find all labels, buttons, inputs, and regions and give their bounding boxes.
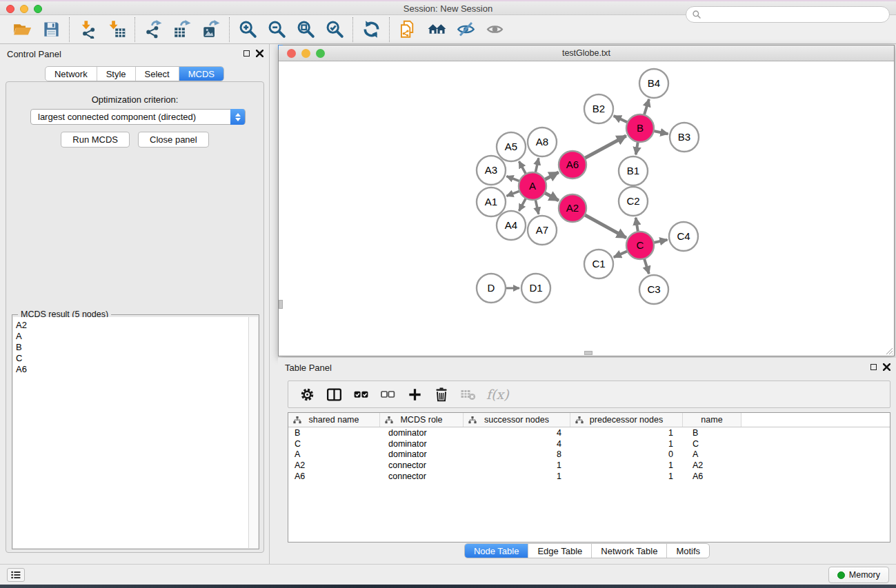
- mcds-result-item[interactable]: B: [13, 342, 250, 353]
- close-table-panel-icon[interactable]: [883, 363, 890, 371]
- node-label-C4: C4: [677, 230, 690, 242]
- task-history-button[interactable]: [7, 568, 25, 582]
- import-table-button[interactable]: [102, 18, 131, 41]
- mcds-list-scrollbar[interactable]: [248, 317, 258, 548]
- home-pages-button[interactable]: [422, 18, 451, 41]
- search-input[interactable]: [686, 6, 890, 23]
- column-header-shared-name[interactable]: shared name: [288, 413, 380, 427]
- criterion-select[interactable]: largest connected component (directed): [30, 109, 246, 125]
- mcds-result-item[interactable]: C: [13, 353, 250, 364]
- function-builder-button[interactable]: f(x): [486, 387, 509, 402]
- column-header-mcds-role[interactable]: MCDS role: [380, 413, 464, 427]
- column-header-label: predecessor nodes: [590, 415, 663, 425]
- task-list-icon: [11, 571, 21, 579]
- table-cell: B: [288, 428, 380, 438]
- unchecked-boxes-icon: [379, 386, 396, 403]
- add-column-button[interactable]: [404, 384, 425, 405]
- table-cell: dominator: [380, 449, 464, 459]
- table-settings-button[interactable]: [297, 384, 317, 405]
- optimization-criterion-label: Optimization criterion:: [6, 94, 263, 105]
- import-table-icon: [108, 20, 126, 39]
- node-label-D: D: [488, 282, 495, 294]
- vertical-scrollbar-thumb[interactable]: [279, 300, 283, 309]
- node-label-A3: A3: [485, 164, 497, 176]
- horizontal-scrollbar-thumb[interactable]: [584, 351, 593, 355]
- tab-select[interactable]: Select: [135, 67, 179, 81]
- tab-edge-table[interactable]: Edge Table: [528, 544, 591, 558]
- node-label-A4: A4: [505, 219, 517, 231]
- open-folder-icon: [13, 20, 32, 39]
- export-network-button[interactable]: [139, 18, 168, 41]
- zoom-out-button[interactable]: [262, 18, 291, 41]
- import-network-button[interactable]: [73, 18, 102, 41]
- run-mcds-button[interactable]: Run MCDS: [61, 132, 130, 148]
- show-graphics-details-button[interactable]: [480, 18, 509, 41]
- node-label-A6: A6: [566, 159, 579, 170]
- tab-style[interactable]: Style: [97, 67, 135, 81]
- close-panel-icon[interactable]: [256, 50, 263, 57]
- tab-motifs[interactable]: Motifs: [666, 544, 709, 558]
- resize-grip-icon[interactable]: [884, 346, 893, 355]
- save-session-button[interactable]: [37, 18, 66, 41]
- open-session-button[interactable]: [8, 18, 37, 41]
- float-table-panel-icon[interactable]: [870, 364, 877, 370]
- table-cell: A6: [288, 472, 380, 481]
- table-cell: 1: [570, 428, 683, 438]
- table-cell: 0: [570, 449, 683, 459]
- tab-network[interactable]: Network: [46, 67, 97, 81]
- tab-network-table[interactable]: Network Table: [591, 544, 666, 558]
- mcds-result-item[interactable]: A: [13, 331, 250, 342]
- memory-button[interactable]: Memory: [828, 567, 889, 583]
- search-icon: [692, 10, 701, 19]
- control-panel-title: Control Panel: [7, 49, 61, 59]
- column-header-name[interactable]: name: [683, 413, 741, 427]
- zoom-selected-magnifier-icon: [326, 20, 344, 39]
- float-panel-icon[interactable]: [243, 50, 250, 57]
- zoom-fit-magnifier-icon: [297, 20, 315, 39]
- tab-node-table[interactable]: Node Table: [465, 544, 528, 558]
- table-cell: A6: [683, 472, 741, 481]
- node-label-C3: C3: [647, 283, 660, 295]
- mcds-result-item[interactable]: A2: [13, 320, 250, 331]
- table-row[interactable]: Cdominator41C: [288, 438, 890, 449]
- network-canvas[interactable]: AA1A2A3A4A5A6A7A8BB1B2B3B4CC1C2C3C4DD1: [279, 61, 894, 356]
- zoom-in-button[interactable]: [233, 18, 262, 41]
- close-panel-button[interactable]: Close panel: [138, 132, 209, 148]
- column-header-successor-nodes[interactable]: successor nodes: [464, 413, 570, 427]
- export-network-icon: [144, 20, 163, 39]
- new-network-from-file-button[interactable]: [393, 18, 422, 41]
- node-label-C: C: [637, 239, 644, 251]
- node-table: shared nameMCDS rolesuccessor nodesprede…: [288, 412, 890, 543]
- table-row[interactable]: Bdominator41B: [288, 427, 890, 438]
- node-label-D1: D1: [529, 282, 542, 294]
- plus-icon: [407, 387, 423, 403]
- show-columns-button[interactable]: [323, 384, 344, 405]
- refresh-layout-button[interactable]: [357, 18, 386, 41]
- table-row[interactable]: A6connector11A6: [288, 471, 890, 482]
- zoom-fit-button[interactable]: [291, 18, 320, 41]
- table-row[interactable]: A2connector11A2: [288, 460, 890, 471]
- table-cell: dominator: [380, 428, 464, 438]
- zoom-in-magnifier-icon: [239, 20, 257, 39]
- column-header-filler: [741, 413, 890, 427]
- node-label-B4: B4: [648, 77, 660, 89]
- export-table-button[interactable]: [168, 18, 197, 41]
- network-window-title: testGlobe.txt: [279, 48, 894, 58]
- column-header-predecessor-nodes[interactable]: predecessor nodes: [570, 413, 683, 427]
- mcds-result-item[interactable]: A6: [13, 364, 250, 375]
- delete-columns-button[interactable]: [431, 384, 452, 405]
- desktop-wallpaper-strip: [0, 585, 896, 588]
- tab-mcds[interactable]: MCDS: [179, 67, 223, 81]
- hide-graphics-details-button[interactable]: [451, 18, 480, 41]
- zoom-out-magnifier-icon: [268, 20, 286, 39]
- column-header-label: successor nodes: [484, 415, 549, 425]
- zoom-selected-button[interactable]: [320, 18, 349, 41]
- import-network-icon: [79, 20, 97, 39]
- table-cell: A2: [288, 460, 380, 470]
- export-image-button[interactable]: [197, 18, 226, 41]
- delete-table-icon: [460, 386, 477, 403]
- table-row[interactable]: Adominator80A: [288, 449, 890, 460]
- network-window-titlebar[interactable]: testGlobe.txt: [279, 45, 894, 61]
- select-all-columns-button[interactable]: [350, 384, 371, 405]
- unselect-all-columns-button[interactable]: [377, 384, 398, 405]
